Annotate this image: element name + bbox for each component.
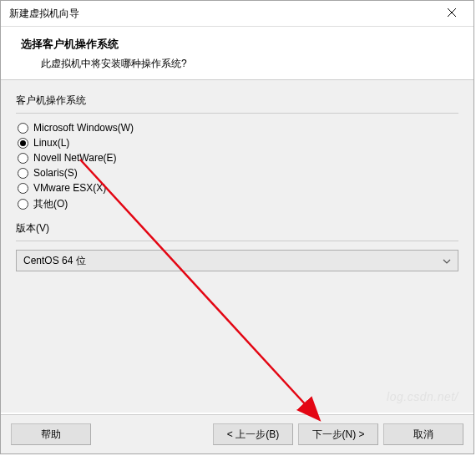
chevron-down-icon — [443, 255, 451, 266]
radio-windows[interactable]: Microsoft Windows(W) — [18, 122, 458, 134]
radio-solaris[interactable]: Solaris(S) — [18, 167, 458, 179]
button-label: 帮助 — [41, 428, 61, 442]
window-title: 新建虚拟机向导 — [9, 7, 79, 21]
radio-label: Solaris(S) — [33, 167, 78, 179]
radio-icon — [18, 168, 28, 179]
radio-other[interactable]: 其他(O) — [18, 197, 458, 211]
button-label: 取消 — [413, 428, 433, 442]
divider — [16, 113, 458, 114]
radio-icon — [18, 183, 28, 194]
radio-icon — [18, 153, 28, 164]
button-label: 下一步(N) > — [312, 428, 365, 442]
titlebar: 新建虚拟机向导 — [1, 1, 473, 27]
close-button[interactable] — [437, 3, 467, 23]
page-subtitle: 此虚拟机中将安装哪种操作系统? — [41, 57, 453, 71]
radio-netware[interactable]: Novell NetWare(E) — [18, 152, 458, 164]
version-select[interactable]: CentOS 64 位 — [16, 250, 458, 271]
back-button[interactable]: < 上一步(B) — [213, 423, 293, 445]
close-icon — [448, 8, 456, 19]
version-label: 版本(V) — [16, 221, 458, 236]
radio-icon — [18, 123, 28, 134]
content-area: 客户机操作系统 Microsoft Windows(W) Linux(L) No… — [1, 80, 473, 413]
version-fieldset: 版本(V) CentOS 64 位 — [16, 221, 458, 271]
wizard-window: 新建虚拟机向导 选择客户机操作系统 此虚拟机中将安装哪种操作系统? 客户机操作系… — [0, 0, 474, 454]
radio-label: 其他(O) — [33, 197, 68, 211]
version-selected-value: CentOS 64 位 — [23, 254, 86, 268]
os-fieldset: 客户机操作系统 Microsoft Windows(W) Linux(L) No… — [16, 94, 458, 211]
page-title: 选择客户机操作系统 — [21, 37, 453, 52]
divider — [16, 241, 458, 241]
radio-label: Microsoft Windows(W) — [33, 122, 134, 134]
radio-label: Linux(L) — [33, 137, 69, 149]
os-group-label: 客户机操作系统 — [16, 94, 458, 108]
radio-vmware-esx[interactable]: VMware ESX(X) — [18, 182, 458, 194]
radio-label: VMware ESX(X) — [33, 182, 106, 194]
radio-linux[interactable]: Linux(L) — [18, 137, 458, 149]
radio-icon — [18, 138, 28, 149]
radio-label: Novell NetWare(E) — [33, 152, 117, 164]
cancel-button[interactable]: 取消 — [383, 423, 463, 445]
wizard-header: 选择客户机操作系统 此虚拟机中将安装哪种操作系统? — [1, 27, 473, 80]
next-button[interactable]: 下一步(N) > — [298, 423, 378, 445]
radio-icon — [18, 199, 28, 210]
footer-bar: 帮助 < 上一步(B) 下一步(N) > 取消 — [1, 414, 473, 453]
button-label: < 上一步(B) — [227, 428, 279, 442]
help-button[interactable]: 帮助 — [11, 423, 91, 445]
